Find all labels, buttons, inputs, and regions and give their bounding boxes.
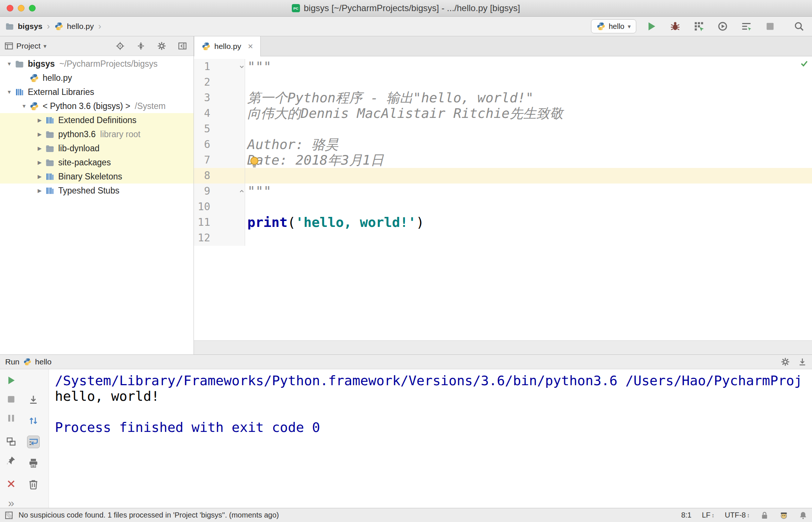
tree-collapsed-arrow-icon[interactable]: ▶: [34, 188, 45, 194]
folder-icon: [45, 130, 55, 139]
console-output[interactable]: /System/Library/Frameworks/Python.framew…: [49, 369, 812, 508]
restore-layout-button[interactable]: [5, 436, 17, 447]
debug-button[interactable]: [667, 19, 683, 34]
code-text: [245, 199, 812, 215]
fold-gutter: [238, 75, 245, 90]
toolwindow-switcher-icon[interactable]: [4, 511, 13, 520]
line-separator-widget[interactable]: LF ↕: [702, 511, 714, 519]
tree-item-label: python3.6: [58, 129, 96, 139]
run-configuration-label: hello: [609, 22, 624, 31]
editor-line-7[interactable]: 7Date: 2018年3月1日: [194, 152, 812, 168]
breadcrumb-project[interactable]: bigsys: [18, 22, 43, 31]
status-message[interactable]: No suspicious code found. 1 files proces…: [19, 511, 279, 519]
run-button[interactable]: [644, 19, 659, 34]
tree-expanded-arrow-icon[interactable]: ▼: [4, 89, 15, 95]
minimize-window-button[interactable]: [18, 5, 24, 11]
run-configuration-select[interactable]: hello ▾: [591, 19, 636, 33]
code-editor[interactable]: 1"""23第一个Python程序 - 输出"hello, world!"4向伟…: [194, 56, 812, 340]
fold-marker-icon[interactable]: [238, 184, 245, 199]
tree-item-python-3.6-bigsys[interactable]: ▼< Python 3.6 (bigsys) >/System: [0, 99, 194, 113]
editor-line-8[interactable]: 8: [194, 168, 812, 184]
tree-item-site-packages[interactable]: ▶site-packages: [0, 155, 194, 169]
editor-line-10[interactable]: 10: [194, 199, 812, 215]
fold-gutter: [238, 199, 245, 215]
project-panel-title[interactable]: Project: [16, 42, 40, 50]
tree-item-external-libraries[interactable]: ▼External Libraries: [0, 85, 194, 99]
concurrency-diagram-button[interactable]: [739, 19, 754, 34]
gear-icon[interactable]: [155, 39, 168, 53]
run-panel-title[interactable]: Run: [5, 357, 20, 366]
run-tool-window: Run hello »: [0, 354, 812, 508]
editor-line-9[interactable]: 9""": [194, 184, 812, 199]
tree-item-python3.6[interactable]: ▶python3.6library root: [0, 127, 194, 141]
line-number: 5: [194, 121, 212, 137]
tab-close-icon[interactable]: ×: [248, 42, 253, 51]
encoding-widget[interactable]: UTF-8 ↕: [725, 511, 750, 519]
tree-item-typeshed-stubs[interactable]: ▶Typeshed Stubs: [0, 184, 194, 198]
gutter-annotation-area: [212, 199, 238, 215]
fold-gutter: [238, 121, 245, 137]
window-title: bigsys [~/PycharmProjects/bigsys] - .../…: [304, 3, 520, 13]
tree-item-lib-dynload[interactable]: ▶lib-dynload: [0, 141, 194, 155]
inspections-ok-icon[interactable]: [800, 59, 808, 67]
main-area: Project ▾ ▼bigsys~/PycharmProjects/bigsy…: [0, 36, 812, 354]
event-log-icon[interactable]: [799, 511, 808, 520]
chevron-down-icon[interactable]: ▾: [43, 43, 46, 50]
editor-line-11[interactable]: 11print('hello, world!'): [194, 215, 812, 230]
editor-line-5[interactable]: 5: [194, 121, 812, 137]
tree-item-bigsys[interactable]: ▼bigsys~/PycharmProjects/bigsys: [0, 57, 194, 71]
hector-inspector-icon[interactable]: [779, 511, 788, 520]
caret-position-widget[interactable]: 8:1: [681, 511, 691, 519]
line-separator-value: LF: [702, 511, 710, 519]
tree-collapsed-arrow-icon[interactable]: ▶: [34, 131, 45, 137]
gutter-annotation-area: [212, 90, 238, 106]
editor-line-4[interactable]: 4向伟大的Dennis MacAlistair Ritchie先生致敬: [194, 106, 812, 121]
lock-icon[interactable]: [760, 511, 769, 520]
editor-line-6[interactable]: 6Author: 骆昊: [194, 137, 812, 152]
tab-label: hello.py: [214, 42, 241, 51]
editor-line-2[interactable]: 2: [194, 75, 812, 90]
editor-line-3[interactable]: 3第一个Python程序 - 输出"hello, world!": [194, 90, 812, 106]
search-everywhere-icon[interactable]: [791, 19, 807, 34]
tree-item-extended-definitions[interactable]: ▶Extended Definitions: [0, 113, 194, 127]
tree-expanded-arrow-icon[interactable]: ▼: [4, 61, 15, 67]
clear-all-icon[interactable]: [27, 478, 40, 490]
soft-wrap-button[interactable]: [27, 436, 40, 448]
intention-bulb-icon[interactable]: [248, 156, 261, 168]
fold-gutter: [238, 137, 245, 152]
tree-collapsed-arrow-icon[interactable]: ▶: [34, 174, 45, 179]
tree-collapsed-arrow-icon[interactable]: ▶: [34, 159, 45, 165]
locate-file-icon[interactable]: [113, 39, 127, 53]
editor-tab-hello-py[interactable]: hello.py ×: [194, 36, 261, 56]
gear-icon[interactable]: [781, 357, 790, 366]
hide-panel-icon[interactable]: [176, 39, 189, 53]
tree-expanded-arrow-icon[interactable]: ▼: [19, 103, 30, 109]
close-icon[interactable]: [5, 479, 17, 489]
breadcrumb-file[interactable]: hello.py: [67, 22, 94, 31]
run-with-coverage-button[interactable]: [691, 19, 707, 34]
tree-item-suffix: library root: [100, 129, 141, 139]
pin-tab-button[interactable]: [5, 455, 17, 466]
more-options-button[interactable]: »: [8, 498, 14, 509]
tree-collapsed-arrow-icon[interactable]: ▶: [34, 117, 45, 123]
profiler-button[interactable]: [715, 19, 730, 34]
scroll-to-end-icon[interactable]: [27, 393, 40, 406]
tree-item-binary-skeletons[interactable]: ▶Binary Skeletons: [0, 169, 194, 184]
tree-item-hello.py[interactable]: hello.py: [0, 71, 194, 85]
zoom-window-button[interactable]: [29, 5, 36, 11]
editor-line-1[interactable]: 1""": [194, 59, 812, 75]
line-number: 6: [194, 137, 212, 152]
editor-line-12[interactable]: 12: [194, 230, 812, 246]
close-window-button[interactable]: [7, 5, 13, 11]
stack-trace-arrows-icon[interactable]: [27, 414, 40, 427]
print-icon[interactable]: [27, 457, 40, 469]
fold-marker-icon[interactable]: [238, 59, 245, 75]
rerun-button[interactable]: [5, 375, 17, 386]
gutter-annotation-area: [212, 137, 238, 152]
hide-panel-icon[interactable]: [798, 357, 807, 366]
breadcrumb: bigsys › hello.py ›: [5, 21, 102, 32]
line-number: 3: [194, 90, 212, 106]
fold-gutter: [238, 168, 245, 184]
collapse-all-icon[interactable]: [134, 39, 148, 53]
tree-collapsed-arrow-icon[interactable]: ▶: [34, 145, 45, 151]
